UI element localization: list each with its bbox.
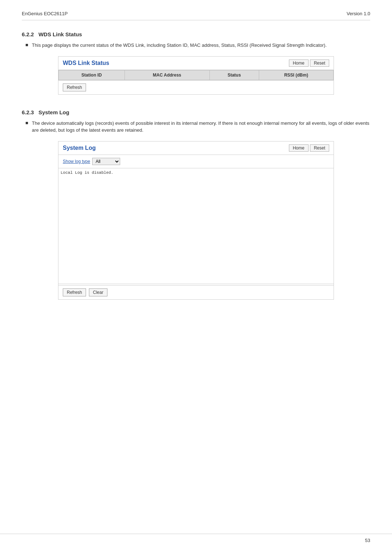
- syslog-panel-header: System Log Home Reset: [58, 141, 334, 155]
- wds-description: ■ This page displays the current status …: [22, 42, 370, 49]
- wds-panel-footer: Refresh: [58, 80, 334, 94]
- brand-label: EnGenius EOC2611P: [22, 11, 68, 16]
- page-footer: 53: [0, 534, 392, 547]
- wds-panel: WDS Link Status Home Reset Station ID MA…: [58, 56, 334, 95]
- wds-table-header-row: Station ID MAC Address Status RSSI (dBm): [59, 70, 334, 80]
- syslog-section: 6.2.3 System Log ■ The device automatica…: [22, 109, 370, 300]
- syslog-type-select[interactable]: All System Wireless DoS: [92, 158, 120, 165]
- syslog-header-buttons: Home Reset: [289, 144, 329, 152]
- version-label: Version 1.0: [347, 11, 370, 16]
- wds-panel-header: WDS Link Status Home Reset: [58, 57, 334, 70]
- syslog-clear-button[interactable]: Clear: [89, 288, 107, 296]
- syslog-description: ■ The device automatically logs (records…: [22, 120, 370, 134]
- syslog-panel-title: System Log: [63, 145, 96, 151]
- wds-home-button[interactable]: Home: [289, 59, 309, 67]
- page-header: EnGenius EOC2611P Version 1.0: [22, 7, 370, 20]
- syslog-panel: System Log Home Reset Show log type All …: [58, 141, 334, 300]
- syslog-log-area[interactable]: Local Log is disabled.: [58, 168, 334, 284]
- syslog-reset-button[interactable]: Reset: [310, 144, 329, 152]
- syslog-home-button[interactable]: Home: [289, 144, 309, 152]
- wds-section-title: 6.2.2 WDS Link Status: [22, 31, 370, 37]
- syslog-bullet-icon: ■: [25, 120, 28, 126]
- col-status: Status: [209, 70, 259, 80]
- wds-table: Station ID MAC Address Status RSSI (dBm): [58, 70, 334, 80]
- col-rssi: RSSI (dBm): [259, 70, 333, 80]
- syslog-refresh-button[interactable]: Refresh: [63, 288, 86, 296]
- syslog-filter-label[interactable]: Show log type: [63, 159, 90, 164]
- col-station-id: Station ID: [59, 70, 125, 80]
- wds-reset-button[interactable]: Reset: [310, 59, 329, 67]
- page-container: EnGenius EOC2611P Version 1.0 6.2.2 WDS …: [0, 0, 392, 554]
- wds-desc-text: This page displays the current status of…: [32, 42, 327, 49]
- col-mac-address: MAC Address: [124, 70, 209, 80]
- wds-section: 6.2.2 WDS Link Status ■ This page displa…: [22, 31, 370, 95]
- wds-refresh-button[interactable]: Refresh: [63, 83, 86, 91]
- syslog-section-title: 6.2.3 System Log: [22, 109, 370, 115]
- wds-header-buttons: Home Reset: [289, 59, 329, 67]
- page-number: 53: [365, 538, 370, 543]
- bullet-icon: ■: [25, 42, 28, 48]
- syslog-filter-row: Show log type All System Wireless DoS: [58, 155, 334, 168]
- syslog-desc-text: The device automatically logs (records) …: [32, 120, 370, 134]
- syslog-footer: Refresh Clear: [58, 285, 334, 299]
- wds-panel-title: WDS Link Status: [63, 60, 109, 66]
